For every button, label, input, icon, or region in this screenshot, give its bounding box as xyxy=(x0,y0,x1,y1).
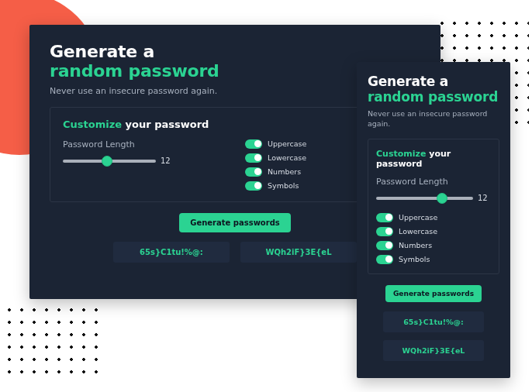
toggle-uppercase-mobile[interactable] xyxy=(376,213,393,222)
length-value: 12 xyxy=(161,156,171,165)
mobile-preview-panel: Generate a random password Never use an … xyxy=(357,62,510,378)
length-label-mobile: Password Length xyxy=(376,177,491,187)
toggle-symbols-label: Symbols xyxy=(268,181,299,190)
customize-title-highlight: Customize xyxy=(63,119,122,130)
decorative-dots-bottom-left xyxy=(3,304,104,381)
toggle-numbers-mobile[interactable] xyxy=(376,241,393,250)
generate-button-mobile[interactable]: Generate passwords xyxy=(385,285,482,302)
length-value-mobile: 12 xyxy=(478,194,488,202)
length-slider-mobile[interactable] xyxy=(376,193,473,204)
toggle-lowercase-mobile[interactable] xyxy=(376,227,393,236)
length-label: Password Length xyxy=(63,139,225,150)
toggle-symbols-mobile[interactable] xyxy=(376,255,393,264)
output-2-mobile[interactable]: WQh2iF}3E{eL xyxy=(383,340,484,361)
subheading-mobile: Never use an insecure password again. xyxy=(368,109,499,129)
outputs-col-mobile: 65s}C1tu!%@: WQh2iF}3E{eL xyxy=(368,311,499,361)
output-2[interactable]: WQh2iF}3E{eL xyxy=(240,242,357,263)
page-title-mobile-line1: Generate a xyxy=(368,74,448,89)
output-1-mobile[interactable]: 65s}C1tu!%@: xyxy=(383,311,484,332)
toggle-numbers-label: Numbers xyxy=(268,167,301,176)
customize-title-mobile: Customize your password xyxy=(376,149,491,169)
toggle-symbols[interactable] xyxy=(245,181,262,191)
toggle-list-mobile: Uppercase Lowercase Numbers Symbols xyxy=(376,213,491,264)
slider-thumb[interactable] xyxy=(102,156,112,167)
customize-title: Customize your password xyxy=(63,119,407,130)
customize-box-mobile: Customize your password Password Length … xyxy=(368,139,499,274)
toggle-numbers[interactable] xyxy=(245,167,262,177)
customize-title-rest: your password xyxy=(122,119,209,130)
length-slider[interactable] xyxy=(63,156,156,167)
toggle-lowercase[interactable] xyxy=(245,153,262,163)
page-title-mobile-line2: random password xyxy=(368,90,499,105)
page-title-line1: Generate a xyxy=(50,42,154,61)
toggle-uppercase-label: Uppercase xyxy=(268,139,306,148)
page-title-mobile: Generate a random password xyxy=(368,74,499,105)
toggle-lowercase-label: Lowercase xyxy=(268,153,306,162)
output-1[interactable]: 65s}C1tu!%@: xyxy=(113,242,230,263)
slider-thumb-mobile[interactable] xyxy=(437,193,447,204)
generate-button[interactable]: Generate passwords xyxy=(179,213,291,232)
toggle-uppercase[interactable] xyxy=(245,139,262,149)
